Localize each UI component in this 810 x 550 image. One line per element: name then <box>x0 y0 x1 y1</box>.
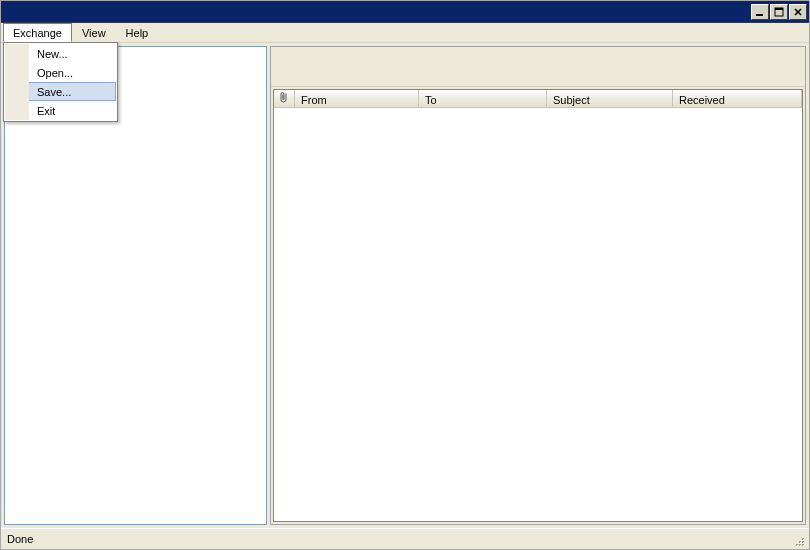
paperclip-icon <box>279 91 289 106</box>
message-toolbar <box>271 47 805 87</box>
menu-item-label: Save... <box>19 86 71 98</box>
close-button[interactable] <box>789 4 807 20</box>
exchange-dropdown: New... Open... Save... Exit <box>3 42 118 122</box>
resize-grip[interactable] <box>792 534 806 548</box>
menu-exchange[interactable]: Exchange <box>3 23 72 42</box>
menu-item-label: New... <box>19 48 68 60</box>
svg-rect-14 <box>797 545 798 546</box>
menu-view[interactable]: View <box>72 23 116 42</box>
svg-rect-13 <box>803 542 804 543</box>
column-attachment[interactable] <box>274 90 295 108</box>
message-panel: From To Subject Received <box>270 46 806 525</box>
column-from[interactable]: From <box>295 90 419 108</box>
svg-rect-0 <box>756 14 763 16</box>
message-list-body[interactable] <box>274 108 802 521</box>
statusbar: Done <box>1 528 809 549</box>
svg-rect-15 <box>800 542 801 543</box>
column-received[interactable]: Received <box>673 90 802 108</box>
menu-item-label: Exit <box>19 105 55 117</box>
window-controls <box>751 3 807 21</box>
titlebar <box>1 1 809 23</box>
svg-rect-12 <box>800 545 801 546</box>
menu-item-label: Open... <box>19 67 73 79</box>
column-to[interactable]: To <box>419 90 547 108</box>
svg-rect-2 <box>775 8 783 10</box>
column-headers: From To Subject Received <box>274 90 802 108</box>
svg-rect-16 <box>803 539 804 540</box>
menubar: Exchange View Help New... Open... Save..… <box>1 23 809 43</box>
menu-help[interactable]: Help <box>116 23 159 42</box>
content-area: From To Subject Received <box>1 43 809 528</box>
app-window: Exchange View Help New... Open... Save..… <box>0 0 810 550</box>
status-text: Done <box>7 533 33 545</box>
maximize-button[interactable] <box>770 4 788 20</box>
column-subject[interactable]: Subject <box>547 90 673 108</box>
message-list[interactable]: From To Subject Received <box>273 89 803 522</box>
minimize-button[interactable] <box>751 4 769 20</box>
svg-rect-11 <box>803 545 804 546</box>
